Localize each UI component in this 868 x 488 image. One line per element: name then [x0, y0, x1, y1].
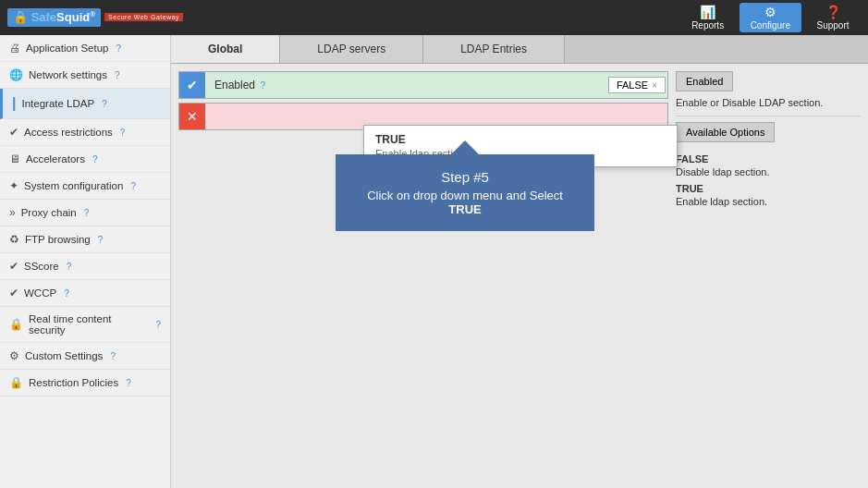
network-icon: 🌐	[9, 68, 23, 81]
nav-reports[interactable]: 📊 Reports	[680, 3, 736, 32]
realtime-icon: 🔒	[9, 318, 23, 331]
header: 🔒 SafeSquid® Secure Web Gateway 📊 Report…	[0, 0, 868, 35]
sidebar-item-accelerators[interactable]: 🖥 Accelerators ?	[0, 146, 170, 173]
nav-support-label: Support	[816, 20, 849, 30]
right-enabled-button[interactable]: Enabled	[676, 71, 733, 92]
help-icon[interactable]: ?	[115, 70, 120, 80]
sidebar-item-label: Proxy chain	[21, 207, 77, 218]
app-setup-icon: 🖨	[9, 42, 20, 55]
right-enabled-section: Enabled Enable or Disable LDAP section.	[676, 71, 861, 108]
sidebar-item-label: WCCP	[24, 287, 56, 299]
tab-ldap-entries[interactable]: LDAP Entries	[423, 35, 565, 63]
error-icon: ✕	[179, 104, 205, 129]
sidebar-item-integrate-ldap[interactable]: | Integrate LDAP ?	[0, 89, 170, 119]
help-icon[interactable]: ?	[155, 320, 161, 330]
help-icon[interactable]: ?	[120, 128, 126, 138]
option-false-title: FALSE	[676, 153, 861, 165]
sidebar-item-label: Restriction Policies	[29, 377, 118, 388]
logo-image: 🔒 SafeSquid® Secure Web Gateway	[7, 8, 183, 26]
sidebar-item-label: Custom Settings	[25, 350, 103, 361]
configure-icon: ⚙	[764, 5, 776, 19]
tooltip-text-span: Click on drop down menu and Select	[367, 189, 563, 202]
help-icon[interactable]: ?	[92, 154, 98, 165]
support-icon: ❓	[825, 5, 841, 19]
sidebar-item-wccp[interactable]: ✔ WCCP ?	[0, 280, 170, 307]
tab-global-label: Global	[208, 43, 242, 55]
remove-value-icon[interactable]: ×	[652, 80, 657, 91]
custom-icon: ⚙	[9, 349, 19, 362]
option-true-desc: Enable ldap section.	[676, 196, 861, 207]
enabled-row: ✔ Enabled ? FALSE ×	[178, 71, 668, 99]
help-icon[interactable]: ?	[126, 378, 131, 388]
help-icon[interactable]: ?	[110, 351, 116, 361]
sidebar-item-label: Network settings	[29, 69, 107, 80]
sidebar-item-system-config[interactable]: ✦ System configuration ?	[0, 173, 170, 200]
content-area: Global LDAP servers LDAP Entries ✔ Enabl…	[171, 35, 868, 488]
sidebar-item-ftp-browsing[interactable]: ♻ FTP browsing ?	[0, 226, 170, 253]
false-value: FALSE	[617, 79, 648, 91]
sidebar-item-label: Application Setup	[26, 43, 109, 54]
sidebar-item-proxy-chain[interactable]: » Proxy chain ?	[0, 200, 170, 226]
main-content: ✔ Enabled ? FALSE × ✕	[171, 64, 868, 488]
wccp-icon: ✔	[9, 287, 18, 299]
sidebar-item-label: Access restrictions	[24, 127, 113, 138]
sidebar-item-label: Accelerators	[26, 153, 85, 165]
dropdown-true-title: TRUE	[375, 133, 666, 146]
nav-configure[interactable]: ⚙ Configure	[740, 3, 801, 32]
logo: 🔒 SafeSquid® Secure Web Gateway	[7, 8, 183, 26]
access-icon: ✔	[9, 126, 18, 139]
sidebar-item-app-setup[interactable]: 🖨 Application Setup ?	[0, 35, 170, 62]
right-available-options-button[interactable]: Available Options	[676, 122, 775, 142]
left-panel: ✔ Enabled ? FALSE × ✕	[178, 71, 668, 481]
enabled-checkbox[interactable]: ✔	[179, 72, 205, 98]
sidebar-item-label: SScore	[24, 261, 59, 272]
enabled-help-icon[interactable]: ?	[260, 80, 265, 91]
sidebar: 🖨 Application Setup ? 🌐 Network settings…	[0, 35, 171, 488]
nav-configure-label: Configure	[751, 20, 790, 30]
enabled-text: Enabled	[214, 79, 255, 92]
tab-ldap-servers[interactable]: LDAP servers	[280, 35, 423, 63]
sidebar-item-label: Real time content security	[29, 313, 148, 336]
sidebar-item-realtime-content[interactable]: 🔒 Real time content security ?	[0, 307, 170, 343]
help-icon[interactable]: ?	[116, 43, 122, 54]
logo-sub: Secure Web Gateway	[104, 13, 183, 21]
false-badge: FALSE ×	[608, 77, 666, 93]
ftp-icon: ♻	[9, 233, 19, 246]
sscore-icon: ✔	[9, 260, 18, 273]
sidebar-item-restriction-policies[interactable]: 🔒 Restriction Policies ?	[0, 370, 170, 396]
option-false-desc: Disable ldap section.	[676, 166, 861, 177]
enabled-label: Enabled ?	[205, 79, 606, 92]
sidebar-item-network-settings[interactable]: 🌐 Network settings ?	[0, 62, 170, 89]
reports-icon: 📊	[700, 5, 715, 19]
right-divider	[676, 116, 861, 116]
right-options-list: FALSE Disable ldap section. TRUE Enable …	[676, 153, 861, 207]
sidebar-item-custom-settings[interactable]: ⚙ Custom Settings ?	[0, 343, 170, 370]
main-layout: 🖨 Application Setup ? 🌐 Network settings…	[0, 35, 868, 488]
restriction-icon: 🔒	[9, 376, 23, 389]
option-true-title: TRUE	[676, 183, 861, 194]
header-nav: 📊 Reports ⚙ Configure ❓ Support	[680, 3, 861, 32]
sidebar-item-sscore[interactable]: ✔ SScore ?	[0, 253, 170, 280]
help-icon[interactable]: ?	[67, 262, 72, 272]
sysconfig-icon: ✦	[9, 179, 18, 192]
sidebar-item-label: System configuration	[24, 180, 123, 191]
help-icon[interactable]: ?	[64, 288, 69, 299]
ldap-icon: |	[12, 95, 16, 112]
tooltip-highlight: TRUE	[448, 202, 481, 216]
tab-ldap-entries-label: LDAP Entries	[460, 43, 527, 55]
help-icon[interactable]: ?	[84, 208, 90, 218]
nav-reports-label: Reports	[691, 20, 724, 30]
sidebar-item-label: Integrate LDAP	[21, 98, 94, 109]
accel-icon: 🖥	[9, 152, 20, 165]
nav-support[interactable]: ❓ Support	[805, 3, 861, 32]
sidebar-item-access-restrictions[interactable]: ✔ Access restrictions ?	[0, 119, 170, 146]
help-icon[interactable]: ?	[98, 235, 104, 245]
tooltip-text: Click on drop down menu and Select TRUE	[354, 189, 576, 216]
tab-global[interactable]: Global	[171, 35, 280, 63]
right-description: Enable or Disable LDAP section.	[676, 97, 861, 108]
tooltip-bubble: Step #5 Click on drop down menu and Sele…	[336, 154, 594, 231]
help-icon[interactable]: ?	[102, 99, 107, 109]
help-icon[interactable]: ?	[130, 181, 136, 191]
tab-ldap-servers-label: LDAP servers	[317, 43, 385, 55]
logo-text: 🔒 SafeSquid®	[13, 10, 95, 24]
